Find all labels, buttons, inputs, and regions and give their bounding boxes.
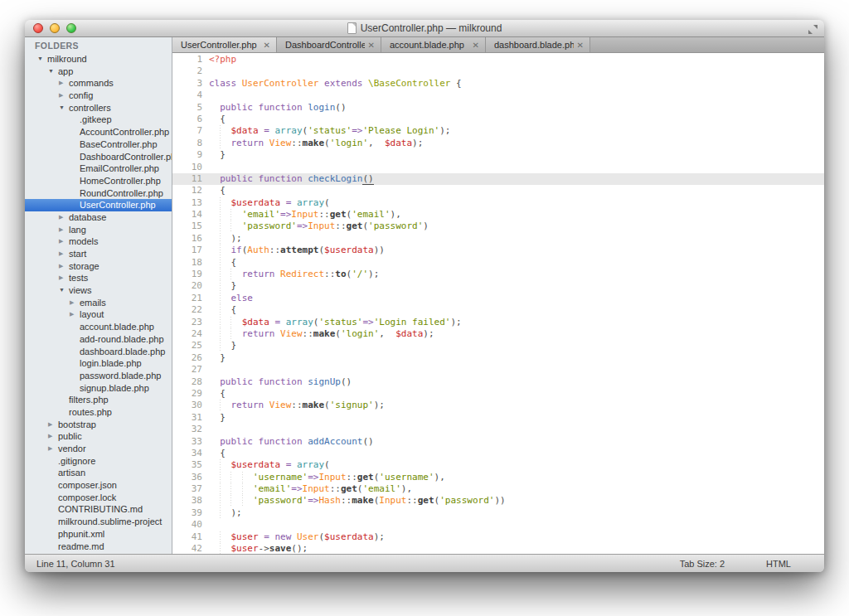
tree-item-tests[interactable]: ▶tests (25, 272, 172, 284)
code-line-26[interactable]: 26} (172, 352, 824, 364)
disclosure-closed-icon[interactable]: ▶ (69, 297, 80, 309)
disclosure-closed-icon[interactable]: ▶ (58, 235, 69, 248)
code-line-40[interactable]: 40 (172, 519, 824, 531)
tree-item-controllers[interactable]: ▼controllers (25, 102, 172, 114)
code-line-15[interactable]: 15'password'=>Input::get('password') (172, 221, 824, 232)
tree-item-UserController.php[interactable]: UserController.php (25, 199, 172, 211)
disclosure-closed-icon[interactable]: ▶ (58, 260, 69, 273)
tab-size-status[interactable]: Tab Size: 2 (680, 559, 725, 569)
code-line-13[interactable]: 13$userdata = array( (172, 197, 824, 209)
tab-close-icon[interactable]: ✕ (365, 41, 375, 50)
code-line-35[interactable]: 35$userdata = array( (172, 459, 824, 471)
disclosure-open-icon[interactable]: ▼ (58, 102, 69, 114)
tree-item-login.blade.php[interactable]: login.blade.php (25, 357, 172, 370)
disclosure-open-icon[interactable]: ▼ (58, 284, 69, 297)
tree-item-bootstrap[interactable]: ▶bootstrap (25, 419, 172, 431)
tree-item-add-round.blade.php[interactable]: add-round.blade.php (25, 333, 172, 346)
code-line-38[interactable]: 38'password'=>Hash::make(Input::get('pas… (172, 495, 824, 507)
tree-item-signup.blade.php[interactable]: signup.blade.php (25, 382, 172, 395)
tree-item-vendor[interactable]: ▶vendor (25, 443, 172, 455)
tree-item-commands[interactable]: ▶commands (25, 77, 172, 90)
tree-item-CONTRIBUTING.md[interactable]: CONTRIBUTING.md (25, 503, 172, 516)
disclosure-closed-icon[interactable]: ▶ (47, 443, 58, 455)
disclosure-closed-icon[interactable]: ▶ (58, 224, 69, 236)
title-bar[interactable]: UserController.php — milkround (25, 20, 824, 37)
tree-item-milkround[interactable]: ▼milkround (25, 53, 172, 65)
code-line-17[interactable]: 17if(Auth::attempt($userdata)) (172, 245, 824, 256)
code-line-1[interactable]: 1<?php (172, 54, 824, 65)
disclosure-closed-icon[interactable]: ▶ (58, 90, 69, 102)
code-line-30[interactable]: 30return View::make('signup'); (172, 400, 824, 411)
tab-dashboard.blade.php[interactable]: dashboard.blade.php✕ (486, 37, 590, 52)
code-line-6[interactable]: 6{ (172, 114, 824, 125)
code-line-20[interactable]: 20} (172, 280, 824, 292)
tree-item-routes.php[interactable]: routes.php (25, 406, 172, 419)
tree-item-account.blade.php[interactable]: account.blade.php (25, 321, 172, 333)
code-line-32[interactable]: 32 (172, 424, 824, 435)
code-line-21[interactable]: 21else (172, 293, 824, 304)
tree-item-.gitignore[interactable]: .gitignore (25, 455, 172, 468)
code-editor[interactable]: 1<?php23class UserController extends \Ba… (172, 53, 824, 554)
code-line-7[interactable]: 7$data = array('status'=>'Please Login')… (172, 125, 824, 137)
tab-close-icon[interactable]: ✕ (574, 41, 584, 50)
code-line-22[interactable]: 22{ (172, 304, 824, 316)
disclosure-closed-icon[interactable]: ▶ (58, 248, 69, 260)
code-line-29[interactable]: 29{ (172, 388, 824, 400)
tree-item-AccountController.php[interactable]: AccountController.php (25, 126, 172, 138)
code-line-3[interactable]: 3class UserController extends \BaseContr… (172, 78, 824, 90)
disclosure-closed-icon[interactable]: ▶ (58, 211, 69, 224)
tree-item-composer.lock[interactable]: composer.lock (25, 492, 172, 504)
tab-close-icon[interactable]: ✕ (260, 41, 270, 50)
code-line-36[interactable]: 36'username'=>Input::get('username'), (172, 472, 824, 483)
code-line-31[interactable]: 31} (172, 412, 824, 424)
disclosure-open-icon[interactable]: ▼ (36, 53, 47, 65)
tree-item-EmailController.php[interactable]: EmailController.php (25, 162, 172, 175)
tree-item-phpunit.xml[interactable]: phpunit.xml (25, 528, 172, 541)
tree-item-filters.php[interactable]: filters.php (25, 394, 172, 406)
code-line-34[interactable]: 34{ (172, 448, 824, 459)
disclosure-open-icon[interactable]: ▼ (47, 65, 58, 78)
code-line-14[interactable]: 14'email'=>Input::get('email'), (172, 209, 824, 221)
code-line-4[interactable]: 4 (172, 90, 824, 101)
tab-DashboardController.php[interactable]: DashboardController.php✕ (277, 37, 381, 52)
disclosure-closed-icon[interactable]: ▶ (69, 308, 80, 321)
tree-item-lang[interactable]: ▶lang (25, 224, 172, 236)
syntax-status[interactable]: HTML (766, 559, 791, 569)
disclosure-closed-icon[interactable]: ▶ (47, 430, 58, 443)
tree-item-config[interactable]: ▶config (25, 90, 172, 102)
code-line-9[interactable]: 9} (172, 149, 824, 161)
tree-item-RoundController.php[interactable]: RoundController.php (25, 187, 172, 200)
code-line-16[interactable]: 16); (172, 233, 824, 245)
tree-item-layout[interactable]: ▶layout (25, 308, 172, 321)
tree-item-dashboard.blade.php[interactable]: dashboard.blade.php (25, 346, 172, 358)
tree-item-storage[interactable]: ▶storage (25, 260, 172, 273)
disclosure-closed-icon[interactable]: ▶ (58, 77, 69, 90)
tree-item-app[interactable]: ▼app (25, 65, 172, 78)
code-line-39[interactable]: 39); (172, 507, 824, 519)
tree-item-start[interactable]: ▶start (25, 248, 172, 260)
tree-item-.gitkeep[interactable]: .gitkeep (25, 114, 172, 126)
tree-item-views[interactable]: ▼views (25, 284, 172, 297)
code-line-25[interactable]: 25} (172, 340, 824, 352)
code-line-27[interactable]: 27 (172, 364, 824, 376)
tab-account.blade.php[interactable]: account.blade.php✕ (381, 37, 486, 52)
tree-item-milkround.sublime-project[interactable]: milkround.sublime-project (25, 516, 172, 528)
tree-item-DashboardController.php[interactable]: DashboardController.php (25, 151, 172, 163)
cursor-position-status[interactable]: Line 11, Column 31 (36, 559, 115, 569)
tree-item-HomeController.php[interactable]: HomeController.php (25, 175, 172, 187)
code-line-33[interactable]: 33public function addAccount() (172, 436, 824, 448)
tree-item-password.blade.php[interactable]: password.blade.php (25, 370, 172, 382)
tree-item-artisan[interactable]: artisan (25, 467, 172, 479)
tab-close-icon[interactable]: ✕ (469, 41, 479, 50)
tree-item-emails[interactable]: ▶emails (25, 297, 172, 309)
code-line-5[interactable]: 5public function login() (172, 102, 824, 114)
code-line-19[interactable]: 19return Redirect::to('/'); (172, 269, 824, 280)
code-line-18[interactable]: 18{ (172, 257, 824, 269)
disclosure-closed-icon[interactable]: ▶ (47, 419, 58, 431)
code-line-37[interactable]: 37'email'=>Input::get('email'), (172, 483, 824, 495)
code-line-10[interactable]: 10 (172, 162, 824, 173)
tree-item-public[interactable]: ▶public (25, 430, 172, 443)
tab-UserController.php[interactable]: UserController.php✕ (172, 37, 277, 52)
fullscreen-arrows-icon[interactable] (808, 23, 818, 34)
tree-item-BaseController.php[interactable]: BaseController.php (25, 138, 172, 151)
